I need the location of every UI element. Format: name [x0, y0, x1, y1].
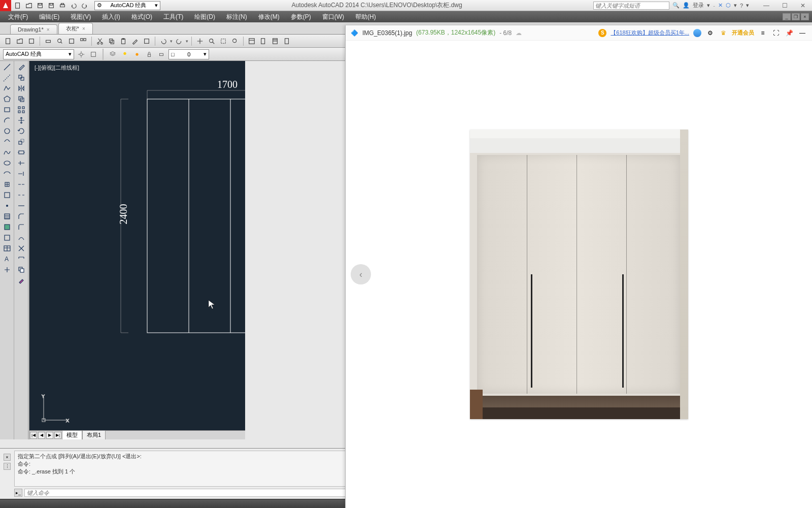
- new-icon[interactable]: [13, 1, 22, 10]
- scale-tool[interactable]: [15, 137, 27, 147]
- gradient-tool[interactable]: [1, 222, 13, 232]
- erase-tool[interactable]: [15, 62, 27, 72]
- pan-button[interactable]: [195, 36, 205, 46]
- draworder-tool[interactable]: [15, 265, 27, 275]
- mdi-restore[interactable]: ❐: [792, 13, 800, 20]
- calculator-button[interactable]: [282, 36, 292, 46]
- maximize-button[interactable]: ☐: [775, 1, 794, 11]
- region-tool[interactable]: [1, 233, 13, 243]
- menu-tools[interactable]: 工具(T): [158, 12, 188, 22]
- lock-icon[interactable]: [144, 49, 154, 59]
- layer-combo[interactable]: □0▾: [168, 49, 209, 59]
- layer-manager-icon[interactable]: [108, 49, 118, 59]
- blend-tool[interactable]: [15, 233, 27, 243]
- pin-icon[interactable]: 📌: [785, 28, 794, 38]
- menu-window[interactable]: 窗口(W): [317, 12, 349, 22]
- copy-button[interactable]: [107, 36, 117, 46]
- break-tool[interactable]: [15, 190, 27, 200]
- ellipse-tool[interactable]: [1, 158, 13, 168]
- polyline-tool[interactable]: [1, 83, 13, 93]
- break-point-tool[interactable]: [15, 179, 27, 189]
- new-button[interactable]: [3, 36, 13, 46]
- chevron-down-icon[interactable]: ▾: [707, 2, 710, 9]
- a360-icon[interactable]: ⬡: [726, 2, 731, 9]
- image-viewer-body[interactable]: ‹: [346, 41, 812, 508]
- vip-link[interactable]: 开通会员: [732, 29, 754, 37]
- paint-tool[interactable]: [15, 275, 27, 285]
- offset-tool[interactable]: [15, 94, 27, 104]
- construction-line-tool[interactable]: [1, 73, 13, 83]
- point-tool[interactable]: [1, 201, 13, 211]
- circle-icon[interactable]: [693, 29, 701, 37]
- match-prop-button[interactable]: [130, 36, 140, 46]
- bulb-icon[interactable]: [120, 49, 130, 59]
- menu-icon[interactable]: ≡: [758, 28, 767, 38]
- publish-button[interactable]: [66, 36, 77, 46]
- autocad-logo-icon[interactable]: [0, 0, 11, 11]
- table-tool[interactable]: [1, 243, 13, 253]
- gear-icon[interactable]: ⚙: [705, 28, 715, 38]
- extend-tool[interactable]: [15, 169, 27, 179]
- rectangle-tool[interactable]: [1, 105, 13, 115]
- copy-tool[interactable]: [15, 73, 27, 83]
- trim-tool[interactable]: [15, 158, 27, 168]
- array-tool[interactable]: [15, 105, 27, 115]
- explode-tool[interactable]: [15, 243, 27, 253]
- saveas-icon[interactable]: [47, 1, 56, 10]
- chevron-down-icon[interactable]: ▾: [170, 39, 173, 44]
- fillet-tool[interactable]: [15, 222, 27, 232]
- plot-button[interactable]: [43, 36, 53, 46]
- menu-parametric[interactable]: 参数(P): [286, 12, 316, 22]
- undo-icon[interactable]: [69, 1, 78, 10]
- redo-button[interactable]: [174, 36, 184, 46]
- spline-tool[interactable]: [1, 147, 13, 157]
- help-search-input[interactable]: [593, 2, 669, 10]
- menu-modify[interactable]: 修改(M): [253, 12, 285, 22]
- sun-icon[interactable]: [132, 49, 142, 59]
- command-grip[interactable]: × ⋮: [2, 451, 12, 497]
- close-icon[interactable]: ×: [82, 26, 85, 31]
- open-button[interactable]: [15, 36, 25, 46]
- mdi-minimize[interactable]: _: [783, 13, 791, 20]
- move-tool[interactable]: [15, 115, 27, 125]
- stretch-tool[interactable]: [15, 147, 27, 157]
- menu-edit[interactable]: 编辑(E): [34, 12, 64, 22]
- text-tool[interactable]: A: [1, 254, 13, 264]
- prev-image-button[interactable]: ‹: [351, 264, 371, 284]
- rotate-tool[interactable]: [15, 126, 27, 136]
- save-icon[interactable]: [36, 1, 45, 10]
- command-prompt-icon[interactable]: ▸_: [14, 489, 22, 497]
- close-icon[interactable]: ×: [4, 454, 11, 461]
- print-icon[interactable]: [58, 1, 67, 10]
- minimize-button[interactable]: —: [757, 1, 775, 11]
- mirror-tool[interactable]: [15, 83, 27, 93]
- plot-layer-icon[interactable]: [156, 49, 166, 59]
- doc-tab-wardrobe[interactable]: 衣柜*×: [58, 23, 93, 34]
- addselected-tool[interactable]: [1, 265, 13, 275]
- arc-tool[interactable]: [1, 115, 13, 125]
- properties-button[interactable]: [247, 36, 257, 46]
- workspace-settings-icon[interactable]: [88, 49, 98, 59]
- menu-file[interactable]: 文件(F): [3, 12, 33, 22]
- hatch-tool[interactable]: [1, 211, 13, 221]
- zoom-window-button[interactable]: [218, 36, 228, 46]
- insert-block-tool[interactable]: [1, 179, 13, 189]
- chevron-down-icon[interactable]: ▾: [746, 2, 749, 9]
- handle-icon[interactable]: ⋮: [4, 463, 11, 470]
- minimize-icon[interactable]: —: [798, 28, 807, 38]
- save-button[interactable]: [26, 36, 37, 46]
- s-badge-icon[interactable]: S: [598, 29, 606, 37]
- gear-icon[interactable]: [76, 49, 86, 59]
- layout1-tab[interactable]: 布局1: [82, 430, 106, 439]
- menu-help[interactable]: 帮助(H): [350, 12, 381, 22]
- cloud-download-icon[interactable]: ☁: [516, 29, 522, 37]
- menu-draw[interactable]: 绘图(D): [189, 12, 220, 22]
- revcloud-tool[interactable]: [1, 137, 13, 147]
- zoom-realtime-button[interactable]: [207, 36, 217, 46]
- fullscreen-icon[interactable]: ⛶: [771, 28, 781, 38]
- help-icon[interactable]: ?: [740, 3, 743, 9]
- sheet-set-button[interactable]: [258, 36, 268, 46]
- polygon-tool[interactable]: [1, 94, 13, 104]
- prev-layout[interactable]: ◀: [38, 432, 45, 439]
- doc-tab-drawing1[interactable]: Drawing1*×: [10, 24, 57, 34]
